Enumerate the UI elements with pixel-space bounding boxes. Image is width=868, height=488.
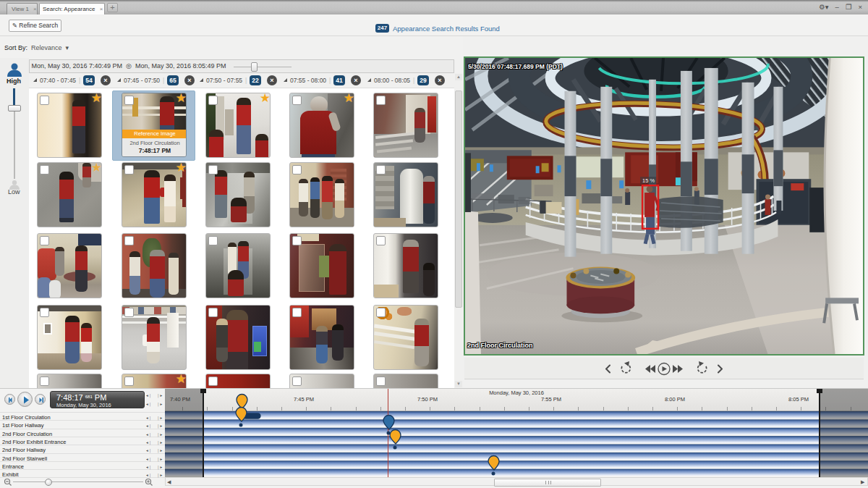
- svg-text:15 %: 15 %: [642, 177, 655, 184]
